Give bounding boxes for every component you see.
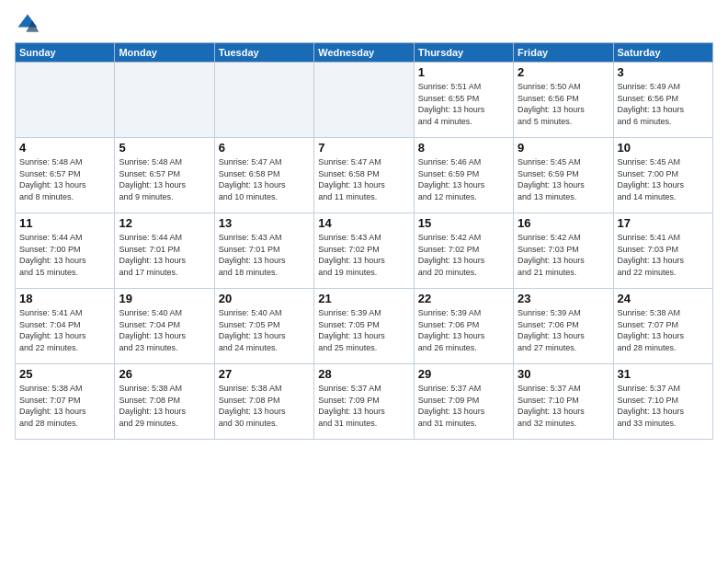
calendar-cell: 9Sunrise: 5:45 AM Sunset: 6:59 PM Daylig…	[514, 138, 613, 213]
calendar-header-tuesday: Tuesday	[214, 43, 313, 63]
day-number: 2	[518, 65, 609, 79]
calendar-cell: 19Sunrise: 5:40 AM Sunset: 7:04 PM Dayli…	[115, 289, 214, 364]
day-number: 14	[318, 216, 409, 230]
calendar-header-sunday: Sunday	[16, 43, 115, 63]
day-info: Sunrise: 5:50 AM Sunset: 6:56 PM Dayligh…	[518, 81, 609, 127]
calendar-header-friday: Friday	[514, 43, 613, 63]
day-number: 21	[318, 292, 409, 305]
day-info: Sunrise: 5:42 AM Sunset: 7:03 PM Dayligh…	[518, 232, 609, 278]
day-info: Sunrise: 5:43 AM Sunset: 7:01 PM Dayligh…	[219, 232, 310, 278]
calendar-cell	[115, 63, 214, 138]
day-number: 25	[19, 367, 110, 381]
calendar-cell: 25Sunrise: 5:38 AM Sunset: 7:07 PM Dayli…	[16, 364, 115, 440]
day-number: 12	[119, 216, 210, 230]
calendar-cell: 26Sunrise: 5:38 AM Sunset: 7:08 PM Dayli…	[115, 364, 214, 440]
day-info: Sunrise: 5:37 AM Sunset: 7:10 PM Dayligh…	[518, 383, 609, 429]
calendar-cell: 17Sunrise: 5:41 AM Sunset: 7:03 PM Dayli…	[613, 213, 712, 289]
calendar-week-0: 1Sunrise: 5:51 AM Sunset: 6:55 PM Daylig…	[16, 63, 713, 138]
day-number: 19	[119, 292, 210, 305]
day-info: Sunrise: 5:44 AM Sunset: 7:01 PM Dayligh…	[119, 232, 210, 278]
calendar-cell: 8Sunrise: 5:46 AM Sunset: 6:59 PM Daylig…	[414, 138, 513, 213]
day-number: 15	[418, 216, 509, 230]
logo-icon	[15, 11, 40, 37]
day-info: Sunrise: 5:39 AM Sunset: 7:05 PM Dayligh…	[318, 307, 409, 353]
day-number: 8	[418, 141, 509, 155]
calendar-cell: 23Sunrise: 5:39 AM Sunset: 7:06 PM Dayli…	[514, 289, 613, 364]
day-info: Sunrise: 5:40 AM Sunset: 7:05 PM Dayligh…	[219, 307, 310, 353]
day-info: Sunrise: 5:49 AM Sunset: 6:56 PM Dayligh…	[618, 81, 709, 127]
day-info: Sunrise: 5:37 AM Sunset: 7:09 PM Dayligh…	[318, 383, 409, 429]
day-number: 10	[618, 141, 709, 155]
calendar-cell: 6Sunrise: 5:47 AM Sunset: 6:58 PM Daylig…	[214, 138, 313, 213]
day-number: 4	[19, 141, 110, 155]
calendar-cell: 10Sunrise: 5:45 AM Sunset: 7:00 PM Dayli…	[613, 138, 712, 213]
day-info: Sunrise: 5:39 AM Sunset: 7:06 PM Dayligh…	[418, 307, 509, 353]
day-info: Sunrise: 5:46 AM Sunset: 6:59 PM Dayligh…	[418, 156, 509, 202]
calendar-cell: 24Sunrise: 5:38 AM Sunset: 7:07 PM Dayli…	[613, 289, 712, 364]
calendar-cell: 3Sunrise: 5:49 AM Sunset: 6:56 PM Daylig…	[613, 63, 712, 138]
day-info: Sunrise: 5:37 AM Sunset: 7:09 PM Dayligh…	[418, 383, 509, 429]
calendar-header-row: SundayMondayTuesdayWednesdayThursdayFrid…	[16, 43, 713, 63]
day-info: Sunrise: 5:38 AM Sunset: 7:07 PM Dayligh…	[19, 383, 110, 429]
calendar-cell: 13Sunrise: 5:43 AM Sunset: 7:01 PM Dayli…	[214, 213, 313, 289]
day-number: 5	[119, 141, 210, 155]
calendar: SundayMondayTuesdayWednesdayThursdayFrid…	[15, 42, 713, 440]
day-number: 31	[618, 367, 709, 381]
day-number: 26	[119, 367, 210, 381]
calendar-cell: 11Sunrise: 5:44 AM Sunset: 7:00 PM Dayli…	[16, 213, 115, 289]
calendar-cell: 14Sunrise: 5:43 AM Sunset: 7:02 PM Dayli…	[314, 213, 414, 289]
day-number: 1	[418, 65, 509, 79]
day-number: 7	[318, 141, 409, 155]
day-info: Sunrise: 5:37 AM Sunset: 7:10 PM Dayligh…	[618, 383, 709, 429]
day-number: 27	[219, 367, 310, 381]
day-number: 16	[518, 216, 609, 230]
calendar-cell: 5Sunrise: 5:48 AM Sunset: 6:57 PM Daylig…	[115, 138, 214, 213]
day-info: Sunrise: 5:45 AM Sunset: 6:59 PM Dayligh…	[518, 156, 609, 202]
day-number: 18	[19, 292, 110, 305]
calendar-cell: 7Sunrise: 5:47 AM Sunset: 6:58 PM Daylig…	[314, 138, 414, 213]
day-info: Sunrise: 5:43 AM Sunset: 7:02 PM Dayligh…	[318, 232, 409, 278]
day-info: Sunrise: 5:40 AM Sunset: 7:04 PM Dayligh…	[119, 307, 210, 353]
day-info: Sunrise: 5:38 AM Sunset: 7:08 PM Dayligh…	[119, 383, 210, 429]
calendar-cell: 16Sunrise: 5:42 AM Sunset: 7:03 PM Dayli…	[514, 213, 613, 289]
day-number: 30	[518, 367, 609, 381]
day-info: Sunrise: 5:42 AM Sunset: 7:02 PM Dayligh…	[418, 232, 509, 278]
calendar-week-4: 25Sunrise: 5:38 AM Sunset: 7:07 PM Dayli…	[16, 364, 713, 440]
calendar-week-1: 4Sunrise: 5:48 AM Sunset: 6:57 PM Daylig…	[16, 138, 713, 213]
day-info: Sunrise: 5:41 AM Sunset: 7:04 PM Dayligh…	[19, 307, 110, 353]
calendar-week-2: 11Sunrise: 5:44 AM Sunset: 7:00 PM Dayli…	[16, 213, 713, 289]
calendar-cell: 18Sunrise: 5:41 AM Sunset: 7:04 PM Dayli…	[16, 289, 115, 364]
day-number: 29	[418, 367, 509, 381]
day-info: Sunrise: 5:39 AM Sunset: 7:06 PM Dayligh…	[518, 307, 609, 353]
day-number: 13	[219, 216, 310, 230]
calendar-cell: 27Sunrise: 5:38 AM Sunset: 7:08 PM Dayli…	[214, 364, 313, 440]
day-number: 6	[219, 141, 310, 155]
day-number: 23	[518, 292, 609, 305]
day-info: Sunrise: 5:48 AM Sunset: 6:57 PM Dayligh…	[19, 156, 110, 202]
calendar-cell: 12Sunrise: 5:44 AM Sunset: 7:01 PM Dayli…	[115, 213, 214, 289]
day-info: Sunrise: 5:48 AM Sunset: 6:57 PM Dayligh…	[119, 156, 210, 202]
calendar-week-3: 18Sunrise: 5:41 AM Sunset: 7:04 PM Dayli…	[16, 289, 713, 364]
day-info: Sunrise: 5:38 AM Sunset: 7:08 PM Dayligh…	[219, 383, 310, 429]
calendar-cell: 20Sunrise: 5:40 AM Sunset: 7:05 PM Dayli…	[214, 289, 313, 364]
calendar-cell: 4Sunrise: 5:48 AM Sunset: 6:57 PM Daylig…	[16, 138, 115, 213]
day-info: Sunrise: 5:44 AM Sunset: 7:00 PM Dayligh…	[19, 232, 110, 278]
calendar-header-saturday: Saturday	[613, 43, 712, 63]
calendar-cell: 31Sunrise: 5:37 AM Sunset: 7:10 PM Dayli…	[613, 364, 712, 440]
day-info: Sunrise: 5:51 AM Sunset: 6:55 PM Dayligh…	[418, 81, 509, 127]
day-info: Sunrise: 5:47 AM Sunset: 6:58 PM Dayligh…	[219, 156, 310, 202]
calendar-cell	[214, 63, 313, 138]
day-number: 9	[518, 141, 609, 155]
calendar-header-thursday: Thursday	[414, 43, 513, 63]
calendar-cell: 1Sunrise: 5:51 AM Sunset: 6:55 PM Daylig…	[414, 63, 513, 138]
day-number: 11	[19, 216, 110, 230]
calendar-cell: 28Sunrise: 5:37 AM Sunset: 7:09 PM Dayli…	[314, 364, 414, 440]
day-info: Sunrise: 5:45 AM Sunset: 7:00 PM Dayligh…	[618, 156, 709, 202]
day-number: 17	[618, 216, 709, 230]
day-number: 20	[219, 292, 310, 305]
day-number: 28	[318, 367, 409, 381]
calendar-cell: 15Sunrise: 5:42 AM Sunset: 7:02 PM Dayli…	[414, 213, 513, 289]
page: SundayMondayTuesdayWednesdayThursdayFrid…	[0, 0, 728, 563]
day-number: 3	[618, 65, 709, 79]
day-info: Sunrise: 5:47 AM Sunset: 6:58 PM Dayligh…	[318, 156, 409, 202]
